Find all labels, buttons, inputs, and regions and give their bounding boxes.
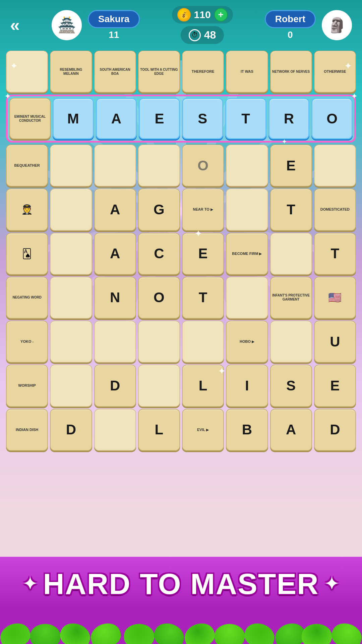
cell-r2-c4[interactable]: O [182, 145, 224, 186]
cell-r6-c7[interactable]: U [314, 321, 356, 363]
letter-A: A [110, 247, 120, 261]
clue-text: WORSHIP [17, 382, 37, 389]
leaf-4 [124, 624, 154, 644]
player1-section: 🏯 Sakura 11 [52, 10, 140, 40]
cell-r4-c5: BECOME FIRM [226, 233, 268, 275]
letter-A: A [286, 423, 296, 437]
cell-r5-c2[interactable]: N [94, 277, 136, 319]
clue-text: NEAR TO [192, 206, 215, 213]
leaf-8 [242, 620, 278, 644]
cell-r8-c3[interactable]: L [138, 409, 180, 451]
back-button[interactable]: « [10, 16, 20, 34]
letter-A: A [110, 203, 120, 217]
clue-text: RESEMBLING MELANIN [51, 67, 91, 77]
letter-R: R [284, 112, 294, 126]
letter-B: B [242, 423, 252, 437]
clue-text: BECOME FIRM [231, 251, 263, 257]
clue-text: TOOL WITH A CUTTING EDGE [139, 67, 179, 77]
cell-r7-c0: WORSHIP [6, 365, 48, 407]
player2-info: Robert 0 [265, 10, 316, 40]
cell-r0-c5: IT WAS [226, 51, 268, 93]
cell-r1-c6[interactable]: R [268, 98, 310, 139]
cell-r6-c1 [50, 321, 92, 363]
cell-r7-c5[interactable]: I [226, 365, 268, 407]
cell-r8-c6[interactable]: A [270, 409, 312, 451]
add-coins-button[interactable]: + [214, 8, 228, 21]
cell-r6-c6 [270, 321, 312, 363]
timer-row: ⏱ 48 [181, 26, 224, 44]
cell-r3-c1 [50, 189, 92, 230]
letter-D: D [110, 379, 120, 393]
leaves-decoration [0, 604, 362, 644]
cell-r7-c2[interactable]: D [94, 365, 136, 407]
coin-icon: 💰 [177, 8, 191, 21]
letter-E: E [286, 159, 296, 173]
cell-r2-c7 [314, 145, 356, 186]
leaf-2 [57, 620, 94, 644]
cell-r2-c6[interactable]: E [270, 145, 312, 186]
cell-r6-c4 [182, 321, 224, 363]
cell-r4-c4[interactable]: E [182, 233, 224, 275]
sparkle-tr: ✦ [351, 92, 358, 101]
cell-r0-c0 [6, 51, 48, 93]
clue-text: SOUTH AMERICAN BOA [95, 67, 135, 77]
cell-r0-c1: RESEMBLING MELANIN [50, 51, 92, 93]
letter-A: A [111, 112, 121, 126]
player2-avatar: 🗿 [322, 10, 352, 40]
sparkle-decoration-0: ✦ [10, 60, 18, 71]
letter-T: T [287, 203, 295, 217]
cell-r1-c4[interactable]: S [182, 98, 223, 139]
player2-section: Robert 0 🗿 [265, 10, 352, 40]
sparkle-br: ✦ [282, 138, 287, 146]
cell-r0-c7: OTHERWISE [314, 51, 356, 93]
cell-r8-c5[interactable]: B [226, 409, 268, 451]
banner-sparkle-left: ✦ [23, 574, 38, 594]
sparkle-decoration-1: ✦ [344, 60, 352, 71]
clue-text: YOKO - [19, 338, 35, 345]
cell-r8-c2 [94, 409, 136, 451]
clue-text: INFANT'S PROTECTIVE GARMENT [271, 292, 311, 303]
leaf-1 [30, 624, 60, 644]
leaf-10 [302, 624, 332, 644]
letter-E: E [155, 112, 164, 126]
active-word-row[interactable]: ✦✦✦EMINENT MUSICAL CONDUCTORMAESTRO [6, 95, 356, 143]
clue-text: NEGATING WORD [11, 294, 43, 301]
leaf-0 [0, 620, 33, 644]
clue-text: BEQUEATHER [13, 162, 41, 169]
player1-score: 11 [109, 30, 119, 40]
cell-r1-c1[interactable]: M [53, 98, 94, 139]
clue-text: INDIAN DISH [14, 427, 40, 433]
cell-r2-c5 [226, 145, 268, 186]
letter-I: I [245, 379, 249, 393]
game-area: RESEMBLING MELANINSOUTH AMERICAN BOATOOL… [0, 51, 362, 451]
cell-r4-c0: 🂡 [6, 233, 48, 275]
cell-r1-c2[interactable]: A [96, 98, 137, 139]
sparkle-decoration-3: ✦ [218, 366, 226, 377]
player1-info: Sakura 11 [88, 10, 140, 40]
cell-r1-c7[interactable]: O [311, 98, 353, 139]
cell-r7-c6[interactable]: S [270, 365, 312, 407]
letter-T: T [241, 112, 250, 126]
cell-r1-c5[interactable]: T [225, 98, 266, 139]
cell-r5-c4[interactable]: T [182, 277, 224, 319]
coin-count: 110 [194, 9, 211, 20]
letter-T: T [331, 247, 340, 261]
timer-icon: ⏱ [189, 29, 201, 41]
timer-count: 48 [204, 29, 216, 41]
cell-r3-c6[interactable]: T [270, 189, 312, 230]
cell-r4-c2[interactable]: A [94, 233, 136, 275]
sparkle-decoration-2: ✦ [194, 228, 202, 239]
cell-r3-c3[interactable]: G [138, 189, 180, 230]
cell-r7-c7[interactable]: E [314, 365, 356, 407]
cell-r4-c7[interactable]: T [314, 233, 356, 275]
letter-E: E [330, 379, 340, 393]
cell-r1-c3[interactable]: E [139, 98, 180, 139]
banner-sparkle-right: ✦ [324, 574, 339, 594]
cell-r4-c3[interactable]: C [138, 233, 180, 275]
cell-r8-c7[interactable]: D [314, 409, 356, 451]
cell-r8-c1[interactable]: D [50, 409, 92, 451]
cell-r5-c5 [226, 277, 268, 319]
cell-r0-c6: NETWORK OF NERVES [270, 51, 312, 93]
cell-r3-c2[interactable]: A [94, 189, 136, 230]
cell-r5-c3[interactable]: O [138, 277, 180, 319]
